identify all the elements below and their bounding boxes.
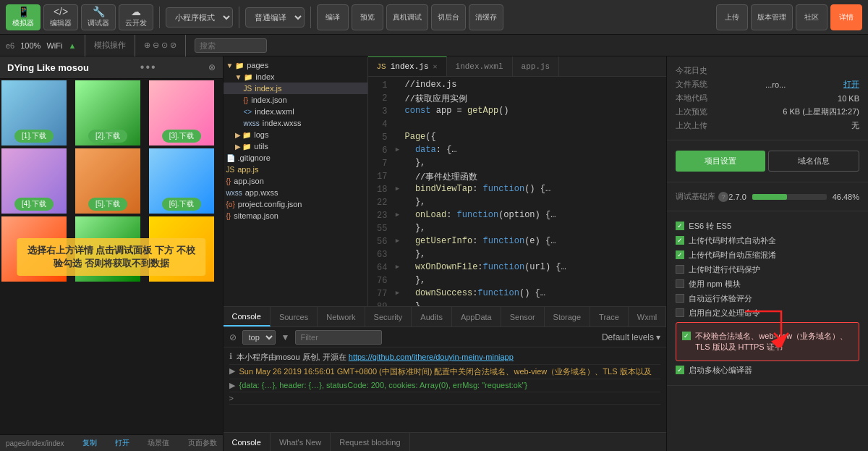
download-btn-2[interactable]: [2].下载 <box>88 130 127 143</box>
cb-row-npm[interactable]: 使用 npm 模块 <box>676 279 859 290</box>
tree-item-index-json[interactable]: {} index.json <box>224 94 367 106</box>
json-file-icon-index: {} <box>244 96 249 104</box>
fold-icon-77[interactable]: ▶ <box>393 288 402 297</box>
domain-info-btn[interactable]: 域名信息 <box>768 151 859 172</box>
cb-compress[interactable] <box>676 250 684 259</box>
cb-es6[interactable] <box>676 222 684 230</box>
cb-npm[interactable] <box>676 279 684 288</box>
console-tab-security[interactable]: Security <box>365 307 412 326</box>
filter-input[interactable] <box>295 330 382 345</box>
tree-item-gitignore[interactable]: 📄 .gitignore <box>224 152 367 164</box>
cb-autoscore[interactable] <box>676 294 684 303</box>
tree-item-app-json[interactable]: {} app.json <box>224 175 367 187</box>
compile-btn[interactable]: 编译 <box>317 4 349 30</box>
download-btn-3[interactable]: [3].下载 <box>162 130 201 143</box>
cb-row-protect[interactable]: 上传时进行代码保护 <box>676 264 859 275</box>
cb-autoscore-label: 自动运行体验评分 <box>689 293 859 304</box>
console-tab-audits[interactable]: Audits <box>412 307 452 326</box>
tab-app-js[interactable]: app.js <box>513 56 560 76</box>
compile-select[interactable]: 普通编译 <box>245 7 305 28</box>
fold-icon-6[interactable]: ▶ <box>393 145 402 153</box>
project-settings-btn[interactable]: 项目设置 <box>676 151 765 172</box>
cb-row-es6[interactable]: ES6 转 ES5 <box>676 221 859 232</box>
download-btn-5[interactable]: [5].下载 <box>88 198 127 211</box>
editor-btn[interactable]: </> 编辑器 <box>43 4 78 30</box>
download-btn-1[interactable]: [1].下载 <box>14 130 54 143</box>
tab-index-js[interactable]: JS index.js ✕ <box>368 56 447 76</box>
tree-item-app-wxss[interactable]: wxss app.wxss <box>224 187 367 198</box>
code-line-18: 18 ▶ bindViewTap: function() {… <box>368 184 667 197</box>
cb-custom[interactable] <box>676 308 684 317</box>
tree-item-index-js[interactable]: JS index.js <box>224 83 367 94</box>
tree-item-utils[interactable]: ▶ 📁 utils <box>224 140 367 152</box>
download-btn-6[interactable]: [6].下载 <box>162 198 201 211</box>
page-params-label: 页面参数 <box>188 438 217 448</box>
console-tab-appdata[interactable]: AppData <box>452 307 501 326</box>
tab-index-wxml[interactable]: index.wxml <box>447 56 513 76</box>
fold-icon-64[interactable]: ▶ <box>393 262 402 271</box>
preview-btn[interactable]: 预览 <box>352 4 383 30</box>
cb-protect[interactable] <box>676 265 684 274</box>
filesystem-open-link[interactable]: 打开 <box>843 79 859 90</box>
sep3 <box>310 7 311 28</box>
tree-item-index-wxss[interactable]: wxss index.wxss <box>224 117 367 129</box>
console-tab-wxml[interactable]: Wxml <box>629 307 667 326</box>
tree-item-index-folder[interactable]: ▼ 📁 index <box>224 71 367 83</box>
copy-btn[interactable]: 复制 <box>82 438 97 448</box>
tree-item-sitemap[interactable]: {} sitemap.json <box>224 210 367 222</box>
tree-item-logs[interactable]: ▶ 📁 logs <box>224 129 367 140</box>
cloud-btn[interactable]: ☁ 云开发 <box>119 4 153 30</box>
cb-domain[interactable] <box>682 332 691 340</box>
tree-item-pages[interactable]: ▼ 📁 pages <box>224 59 367 71</box>
controls: ⊕ ⊖ ⊙ ⊘ <box>144 41 176 50</box>
github-link[interactable]: https://github.com/ithere/douyin-meinv-m… <box>349 353 514 361</box>
tree-item-app-js[interactable]: JS app.js <box>224 164 367 175</box>
cb-row-style[interactable]: 上传代码时样式自动补全 <box>676 235 859 246</box>
tree-item-project-config[interactable]: {o} project.config.json <box>224 198 367 210</box>
context-select[interactable]: top <box>242 330 276 345</box>
console-tab-sensor[interactable]: Sensor <box>501 307 545 326</box>
bottom-tab-request-blocking[interactable]: Request blocking <box>331 433 409 451</box>
console-tab-console[interactable]: Console <box>224 307 271 326</box>
cb-row-multicore[interactable]: 启动多核心编译器 <box>676 365 859 376</box>
console-tab-network[interactable]: Network <box>318 307 365 326</box>
cb-row-custom[interactable]: 启用自定义处理命令 <box>676 308 859 319</box>
download-btn-4[interactable]: [4].下载 <box>14 198 54 211</box>
bottom-tab-whats-new[interactable]: What's New <box>271 433 331 451</box>
cb-style[interactable] <box>676 236 684 245</box>
community-btn[interactable]: 社区 <box>796 4 827 30</box>
right-row-local-code: 本地代码 10 KB <box>676 93 859 104</box>
cb-multicore[interactable] <box>676 366 684 374</box>
console-tabs: Console Sources Network Security Audits … <box>224 307 667 327</box>
console-tab-storage[interactable]: Storage <box>545 307 591 326</box>
folder-icon-logs: ▶ 📁 <box>235 131 252 139</box>
console-tab-trace[interactable]: Trace <box>590 307 629 326</box>
search-input[interactable] <box>195 38 267 53</box>
real-debug-btn[interactable]: 真机调试 <box>386 4 428 30</box>
open-btn[interactable]: 打开 <box>115 438 129 448</box>
mode-select[interactable]: 小程序模式 <box>166 7 233 28</box>
console-tab-sources[interactable]: Sources <box>271 307 318 326</box>
fold-icon-18[interactable]: ▶ <box>393 184 402 193</box>
middle-panel: ▼ 📁 pages ▼ 📁 index JS index.js {} index… <box>224 56 667 451</box>
phone-menu-dots[interactable]: ••• <box>140 61 157 74</box>
bg-btn[interactable]: 切后台 <box>431 4 466 30</box>
cb-row-autoscore[interactable]: 自动运行体验评分 <box>676 293 859 304</box>
upload-btn[interactable]: 上传 <box>716 4 748 30</box>
debug-progress-fill <box>752 194 787 200</box>
cb-row-domain[interactable]: 不校验合法域名、web-view（业务域名）、TLS 版以及 HTTPS 证书 <box>682 331 853 353</box>
bottom-tab-console[interactable]: Console <box>224 433 271 451</box>
simulator-btn[interactable]: 📱 模拟器 <box>6 4 41 30</box>
debugger-btn[interactable]: 🔧 调试器 <box>81 4 116 30</box>
fold-icon-56[interactable]: ▶ <box>393 236 402 245</box>
close-tab-index-js[interactable]: ✕ <box>433 62 438 71</box>
code-line-1: 1 //index.js <box>368 80 667 93</box>
cb-row-compress[interactable]: 上传代码时自动压缩混淆 <box>676 250 859 261</box>
photo-grid-row1: [1].下载 [2].下载 [3].下载 <box>0 79 223 147</box>
console-panel: Console Sources Network Security Audits … <box>224 306 667 451</box>
version-btn[interactable]: 版本管理 <box>751 4 793 30</box>
fold-icon-23[interactable]: ▶ <box>393 210 402 219</box>
details-btn[interactable]: 详情 <box>830 4 862 30</box>
tree-item-index-wxml[interactable]: <> index.wxml <box>224 106 367 117</box>
clear-cache-btn[interactable]: 清缓存 <box>469 4 503 30</box>
